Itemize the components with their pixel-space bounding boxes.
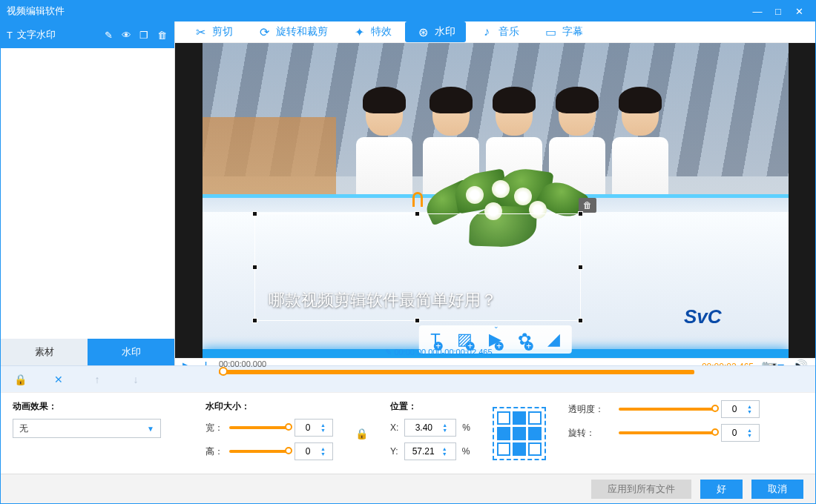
timeline-track[interactable]: 00:00:00.000 ✎ 00:00:00.000-00:00:02.465 xyxy=(219,359,694,374)
resize-handle[interactable] xyxy=(252,211,257,216)
music-icon: ♪ xyxy=(479,24,494,39)
rotate-slider[interactable] xyxy=(619,431,715,434)
opacity-slider[interactable] xyxy=(619,408,715,411)
time-start: 00:00:00.000 xyxy=(219,359,266,368)
resize-handle[interactable] xyxy=(578,318,583,323)
add-shape-button[interactable]: ✿+ xyxy=(518,330,531,349)
ok-button[interactable]: 好 xyxy=(700,480,743,499)
cancel-button[interactable]: 取消 xyxy=(751,480,803,499)
text-icon: T xyxy=(7,30,13,41)
height-slider[interactable] xyxy=(229,450,289,453)
watermark-bbox[interactable]: 🗑 哪款视频剪辑软件最简单好用？ xyxy=(254,213,581,321)
close-button[interactable]: ✕ xyxy=(789,6,809,17)
anim-select[interactable]: 无 ▼ xyxy=(13,419,161,438)
edit-icon[interactable]: ✎ xyxy=(102,30,115,41)
resize-handle[interactable] xyxy=(415,318,420,323)
delete-watermark-button[interactable]: 🗑 xyxy=(579,198,596,213)
add-image-button[interactable]: ▨+ xyxy=(457,330,473,349)
watermark-text[interactable]: 哪款视频剪辑软件最简单好用？ xyxy=(269,289,497,311)
subtitle-icon: ▭ xyxy=(543,24,558,39)
width-slider[interactable] xyxy=(229,426,289,429)
tool-watermark[interactable]: ⊛水印 xyxy=(405,21,466,42)
sidebar-body xyxy=(1,48,174,339)
resize-handle[interactable] xyxy=(252,265,257,270)
eraser-button[interactable]: ◢ xyxy=(547,330,560,349)
add-text-button[interactable]: T+ xyxy=(430,330,440,349)
x-input[interactable]: ▲▼ xyxy=(404,419,456,437)
size-label: 水印大小： xyxy=(205,400,333,413)
resize-handle[interactable] xyxy=(415,211,420,216)
chevron-down-icon: ▼ xyxy=(147,425,154,433)
preview-area: SvC 🗑 xyxy=(175,43,815,358)
main-toolbar: ✂剪切 ⟳旋转和裁剪 ✦特效 ⊛水印 ♪音乐 ▭字幕 xyxy=(175,21,815,43)
resize-handle[interactable] xyxy=(252,318,257,323)
add-video-button[interactable]: ⌄▶+ xyxy=(489,330,501,349)
rotate-input[interactable]: ▲▼ xyxy=(721,424,760,442)
edit-range-icon[interactable]: ✎ 00:00:00.000-00:00:02.465 xyxy=(385,348,492,357)
tool-subtitle[interactable]: ▭字幕 xyxy=(533,21,593,42)
tool-effects[interactable]: ✦特效 xyxy=(341,21,402,42)
rotate-handle[interactable] xyxy=(412,192,423,207)
desk-logo: SvC xyxy=(684,305,722,328)
minimize-button[interactable]: — xyxy=(747,6,768,17)
maximize-button[interactable]: □ xyxy=(768,6,789,17)
height-input[interactable]: ▲▼ xyxy=(295,442,333,460)
tab-watermark[interactable]: 水印 xyxy=(88,339,174,365)
pos-label: 位置： xyxy=(390,400,470,413)
anim-label: 动画效果： xyxy=(13,400,183,413)
app-title: 视频编辑软件 xyxy=(7,4,65,18)
anchor-grid[interactable] xyxy=(493,407,546,460)
tool-cut[interactable]: ✂剪切 xyxy=(182,21,243,42)
controls-panel: 动画效果： 无 ▼ 水印大小： 宽： ▲▼ 高： ▲▼ � xyxy=(1,392,815,474)
watermark-icon: ⊛ xyxy=(415,24,430,39)
playhead[interactable] xyxy=(219,367,228,376)
tool-music[interactable]: ♪音乐 xyxy=(469,21,530,42)
resize-handle[interactable] xyxy=(578,265,583,270)
video-preview[interactable]: SvC 🗑 xyxy=(203,43,789,358)
tool-rotate-crop[interactable]: ⟳旋转和裁剪 xyxy=(246,21,338,42)
main-pane: ✂剪切 ⟳旋转和裁剪 ✦特效 ⊛水印 ♪音乐 ▭字幕 SvC xyxy=(175,21,815,365)
width-input[interactable]: ▲▼ xyxy=(295,419,333,437)
crop-icon: ⟳ xyxy=(257,24,272,39)
move-up-button[interactable]: ↑ xyxy=(88,374,106,385)
link-lock-icon[interactable]: 🔒 xyxy=(355,428,368,440)
footer: 应用到所有文件 好 取消 xyxy=(1,474,815,503)
effects-icon: ✦ xyxy=(352,24,366,39)
sidebar: T 文字水印 ✎ 👁 ❐ 🗑 素材 水印 xyxy=(1,21,175,365)
scissors-icon: ✂ xyxy=(193,24,208,39)
tab-material[interactable]: 素材 xyxy=(1,339,88,365)
move-down-button[interactable]: ↓ xyxy=(127,374,145,385)
y-input[interactable]: ▲▼ xyxy=(404,442,456,460)
sidebar-header: T 文字水印 ✎ 👁 ❐ 🗑 xyxy=(1,21,174,48)
opacity-input[interactable]: ▲▼ xyxy=(721,400,760,418)
resize-handle[interactable] xyxy=(578,211,583,216)
sidebar-title: 文字水印 xyxy=(17,28,56,42)
copy-icon[interactable]: ❐ xyxy=(137,30,151,41)
eye-icon[interactable]: 👁 xyxy=(119,30,133,41)
remove-button[interactable]: ✕ xyxy=(50,374,68,385)
sidebar-tabs: 素材 水印 xyxy=(1,339,174,365)
lock-button[interactable]: 🔒 xyxy=(11,374,29,385)
app-window: 视频编辑软件 — □ ✕ T 文字水印 ✎ 👁 ❐ 🗑 素材 水印 xyxy=(0,0,816,504)
delete-icon[interactable]: 🗑 xyxy=(155,30,168,41)
apply-all-button[interactable]: 应用到所有文件 xyxy=(591,480,691,499)
titlebar[interactable]: 视频编辑软件 — □ ✕ xyxy=(1,1,815,21)
